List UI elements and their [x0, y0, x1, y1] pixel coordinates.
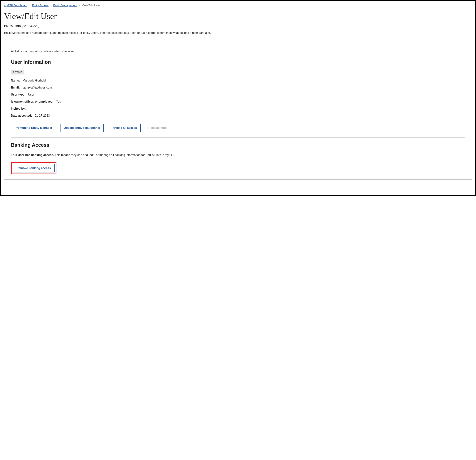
breadcrumb-link-entity-management[interactable]: Entity Management [53, 4, 77, 7]
status-badge: ACTIVE [11, 70, 24, 74]
highlight-box: Remove banking access [11, 162, 56, 174]
remove-banking-access-button[interactable]: Remove banking access [13, 164, 55, 172]
banking-heading: Banking Access [11, 142, 465, 148]
breadcrumb: myTTB Dashboard › Entity Access › Entity… [4, 4, 472, 7]
info-row-owner: Is owner, officer, or employee: Yes [11, 100, 465, 103]
mandatory-note: All fields are mandatory unless stated o… [11, 50, 465, 53]
section-divider [11, 137, 465, 138]
user-info-heading: User Information [11, 59, 465, 65]
email-label: Email: [11, 86, 20, 89]
entity-line: Paul's Pints (32-3232323) [4, 25, 472, 28]
owner-value: Yes [56, 100, 61, 103]
action-button-row: Promote to Entity Manager Update entity … [11, 124, 465, 132]
date-accepted-label: Date accepted: [11, 114, 32, 117]
date-accepted-value: 01-27-2023 [34, 114, 50, 117]
intro-text: Entity Managers can manage permit and mo… [4, 31, 472, 35]
name-label: Name: [11, 79, 20, 82]
entity-name: Paul's Pints [4, 25, 21, 28]
user-card: All fields are mandatory unless stated o… [4, 40, 472, 180]
promote-button[interactable]: Promote to Entity Manager [11, 124, 56, 132]
page-title: View/Edit User [4, 11, 472, 21]
release-hold-button: Release hold [145, 124, 170, 132]
name-value: Margorie Gerhold [23, 79, 46, 82]
info-row-user-type: User type: User [11, 93, 465, 96]
info-row-email: Email: sample@address.com [11, 86, 465, 89]
info-row-invited-by: Invited by: [11, 107, 465, 110]
breadcrumb-link-entity-access[interactable]: Entity Access [32, 4, 49, 7]
entity-id: (32-3232323) [22, 25, 39, 28]
invited-by-label: Invited by: [11, 107, 26, 110]
banking-rest: This means they can add, edit, or manage… [54, 153, 175, 156]
breadcrumb-link-dashboard[interactable]: myTTB Dashboard [4, 4, 27, 7]
email-value: sample@address.com [22, 86, 52, 89]
user-type-value: User [28, 93, 34, 96]
breadcrumb-current: View/Edit User [82, 4, 100, 7]
user-type-label: User type: [11, 93, 25, 96]
update-relationship-button[interactable]: Update entity relationship [60, 124, 104, 132]
info-row-date-accepted: Date accepted: 01-27-2023 [11, 114, 465, 117]
revoke-access-button[interactable]: Revoke all access [108, 124, 141, 132]
info-row-name: Name: Margorie Gerhold [11, 79, 465, 82]
banking-bold: This User has banking access. [11, 153, 54, 156]
banking-text: This User has banking access. This means… [11, 153, 465, 157]
owner-label: Is owner, officer, or employee: [11, 100, 53, 103]
chevron-right-icon: › [51, 4, 51, 7]
chevron-right-icon: › [29, 4, 30, 7]
chevron-right-icon: › [79, 4, 80, 7]
